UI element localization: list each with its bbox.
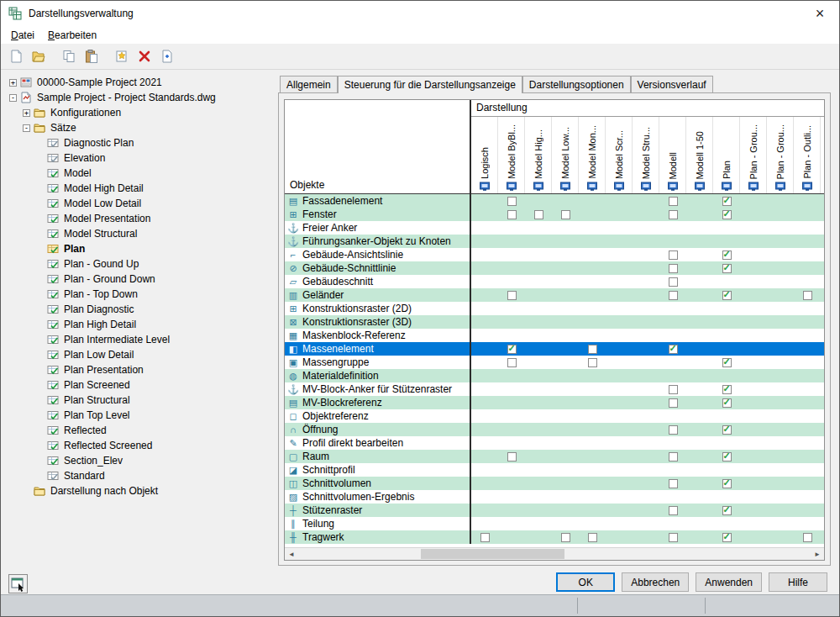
tree-item[interactable]: Model Structural (6, 226, 273, 241)
display-checkbox[interactable] (669, 210, 678, 219)
table-row[interactable]: ⊞Konstruktionsraster (2D) (285, 302, 824, 315)
display-checkbox[interactable] (561, 533, 570, 542)
display-checkbox[interactable] (561, 210, 570, 219)
table-row[interactable]: ⌐Gebäude-Ansichtslinie (285, 248, 824, 261)
tree-item[interactable]: -Sample Project - Project Standards.dwg (6, 90, 273, 105)
display-checkbox[interactable] (507, 291, 517, 300)
table-row[interactable]: ◫Schnittvolumen (285, 477, 824, 490)
tree-expander[interactable]: + (9, 79, 17, 87)
display-checkbox[interactable] (507, 197, 517, 206)
tree-item[interactable]: Plan Top Level (6, 408, 273, 423)
tree-item[interactable]: -Sätze (6, 120, 273, 135)
display-checkbox[interactable] (722, 425, 732, 435)
tree-expander[interactable]: - (23, 124, 30, 132)
display-checkbox[interactable] (507, 210, 517, 219)
tree-item[interactable]: Standard (6, 468, 273, 483)
display-checkbox[interactable] (669, 250, 678, 260)
table-row[interactable]: ▱Gebäudeschnitt (285, 275, 824, 288)
display-checkbox[interactable] (669, 385, 678, 394)
display-checkbox[interactable] (669, 277, 678, 287)
tree-expander[interactable]: + (23, 109, 30, 117)
display-checkbox[interactable] (722, 210, 732, 219)
table-row[interactable]: ∩Öffnung (285, 423, 824, 436)
tree-item[interactable]: Model Low Detail (6, 196, 273, 211)
tab-versionsverlauf[interactable]: Versionsverlauf (631, 76, 713, 92)
horizontal-scrollbar[interactable]: ◄ ► (285, 547, 824, 560)
apply-button[interactable]: Anwenden (696, 572, 762, 592)
display-checkbox[interactable] (669, 425, 678, 435)
display-checkbox[interactable] (669, 291, 678, 300)
tab-darstellungsoptionen[interactable]: Darstellungsoptionen (522, 76, 631, 92)
table-row[interactable]: ⊞Fenster (285, 208, 824, 221)
display-checkbox[interactable] (507, 452, 517, 461)
table-row[interactable]: ◪Schnittprofil (285, 463, 824, 477)
display-checkbox[interactable] (534, 210, 543, 219)
display-checkbox[interactable] (507, 358, 517, 367)
display-checkbox[interactable] (669, 533, 678, 542)
display-checkbox[interactable] (722, 533, 732, 542)
table-row[interactable]: ▤MV-Blockreferenz (285, 396, 824, 409)
tree-item[interactable]: Model (6, 166, 273, 181)
new-button[interactable] (6, 46, 26, 66)
display-checkbox[interactable] (669, 479, 678, 488)
display-checkbox[interactable] (480, 533, 490, 542)
table-row[interactable]: ┼Stützenraster (285, 504, 824, 517)
display-checkbox[interactable] (669, 197, 678, 206)
menu-bearbeiten[interactable]: Bearbeiten (41, 28, 103, 43)
tree-item[interactable]: Diagnostic Plan (6, 135, 273, 150)
tree-item[interactable]: Reflected (6, 423, 273, 438)
tree-item[interactable]: Reflected Screened (6, 438, 273, 453)
display-checkbox[interactable] (669, 506, 678, 515)
display-checkbox[interactable] (669, 398, 678, 408)
table-row[interactable]: ▤Fassadenelement (285, 194, 824, 208)
tab-steuerung-darstellungsanzeige[interactable]: Steuerung für die Darstellungsanzeige (338, 76, 522, 93)
tree-item[interactable]: +00000-Sample Project 2021 (6, 75, 273, 90)
tab-allgemein[interactable]: Allgemein (280, 76, 338, 92)
tree-item[interactable]: Plan (6, 241, 273, 256)
display-checkbox[interactable] (722, 398, 732, 408)
table-row[interactable]: ◻Objektreferenz (285, 409, 824, 423)
scrollbar-track[interactable] (298, 548, 811, 560)
tree-item[interactable]: Plan High Detail (6, 317, 273, 332)
tree-item[interactable]: Plan Diagnostic (6, 302, 273, 317)
display-checkbox[interactable] (669, 452, 678, 461)
ok-button[interactable]: OK (556, 572, 615, 592)
copy-button[interactable] (59, 46, 79, 66)
delete-button[interactable] (134, 46, 155, 66)
tree-item[interactable]: Plan Intermediate Level (6, 332, 273, 347)
display-checkbox[interactable] (588, 358, 597, 367)
display-checkbox[interactable] (669, 345, 678, 354)
display-checkbox[interactable] (722, 385, 732, 394)
scroll-left-arrow[interactable]: ◄ (285, 548, 298, 560)
menu-datei[interactable]: Datei (4, 28, 41, 43)
scrollbar-thumb[interactable] (421, 549, 564, 559)
table-row[interactable]: ◧Massenelement (285, 342, 824, 356)
display-checkbox[interactable] (722, 291, 732, 300)
tree-item[interactable]: Plan - Ground Down (6, 272, 273, 287)
display-checkbox[interactable] (722, 264, 732, 273)
tree-item[interactable]: Plan - Gound Up (6, 256, 273, 272)
tree-item[interactable]: Model Presentation (6, 211, 273, 226)
table-row[interactable]: ▨Schnittvolumen-Ergebnis (285, 490, 824, 504)
display-checkbox[interactable] (588, 533, 597, 542)
table-row[interactable]: ⚓Führungsanker-Objekt zu Knoten (285, 235, 824, 248)
display-checkbox[interactable] (803, 533, 812, 542)
display-checkbox[interactable] (588, 345, 597, 354)
tree-expander[interactable]: - (9, 94, 17, 102)
table-row[interactable]: ▣Massengruppe (285, 356, 824, 369)
table-row[interactable]: ∥Teilung (285, 517, 824, 530)
new-set-button[interactable] (112, 46, 132, 66)
tree-item[interactable]: Plan Presentation (6, 362, 273, 377)
tree-item[interactable]: Section_Elev (6, 453, 273, 468)
scroll-right-arrow[interactable]: ► (811, 548, 824, 560)
tree-item[interactable]: +Konfigurationen (6, 105, 273, 120)
table-row[interactable]: ▦Maskenblock-Referenz (285, 329, 824, 342)
tree-item[interactable]: Plan Low Detail (6, 347, 273, 362)
paste-button[interactable] (81, 46, 102, 66)
purge-button[interactable] (157, 46, 177, 66)
table-row[interactable]: ✎Profil direkt bearbeiten (285, 436, 824, 450)
close-button[interactable]: × (801, 1, 839, 26)
display-checkbox[interactable] (669, 264, 678, 273)
tree-item[interactable]: Plan Structural (6, 393, 273, 408)
display-checkbox[interactable] (722, 250, 732, 260)
